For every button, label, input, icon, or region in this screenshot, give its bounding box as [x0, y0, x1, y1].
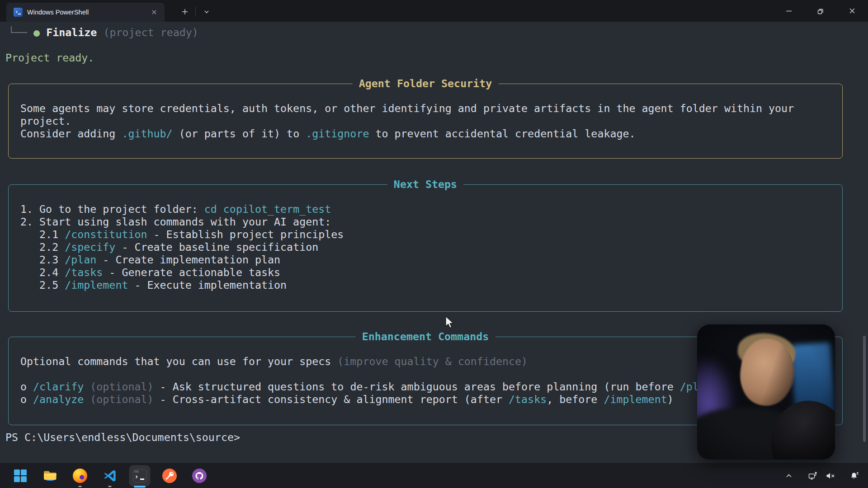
- screen: › Windows PowerShell └: [0, 0, 868, 488]
- tree-branch-glyph: └──: [8, 26, 33, 38]
- terminal-line: 2.5 /implement - Execute implementation: [20, 279, 842, 291]
- terminal-line: 1. Go to the project folder: cd copilot_…: [20, 203, 842, 216]
- active-app-indicator: [134, 486, 146, 488]
- start-button[interactable]: [10, 465, 31, 486]
- taskbar: ›: [0, 463, 868, 488]
- terminal-line: 2.4 /tasks - Generate actionable tasks: [20, 266, 842, 279]
- mouse-cursor: [445, 316, 456, 332]
- taskbar-item-postman[interactable]: [159, 465, 180, 486]
- taskbar-item-windows-terminal[interactable]: ›: [129, 465, 150, 486]
- tab-title: Windows PowerShell: [27, 9, 148, 16]
- webcam-overlay: [697, 324, 835, 460]
- box-body: Some agents may store credentials, auth …: [9, 84, 842, 140]
- box-title-next-steps: Next Steps: [387, 178, 463, 191]
- tray-volume-muted-icon[interactable]: [822, 467, 839, 485]
- taskbar-apps: ›: [10, 463, 210, 488]
- tab-windows-powershell[interactable]: › Windows PowerShell: [6, 3, 165, 22]
- tray-chevron-up-icon[interactable]: [780, 467, 797, 485]
- tab-dropdown-button[interactable]: [199, 5, 214, 19]
- taskbar-item-file-explorer[interactable]: [40, 465, 61, 486]
- terminal-line: 2.1 /constitution - Establish project pr…: [20, 228, 842, 241]
- terminal-line: 2. Start using slash commands with your …: [20, 216, 842, 228]
- svg-text:z: z: [857, 471, 859, 475]
- window-controls: [773, 0, 868, 22]
- postman-icon: [162, 469, 177, 483]
- terminal-line: 2.2 /specify - Create baseline specifica…: [20, 241, 842, 253]
- tabbar-divider: [195, 6, 196, 16]
- security-notice-box: Agent Folder Security Some agents may st…: [8, 84, 843, 159]
- tab-close-icon[interactable]: [148, 6, 160, 18]
- scrollbar-thumb[interactable]: [863, 336, 866, 442]
- terminal-line: project.: [20, 115, 842, 127]
- file-explorer-icon: [43, 469, 57, 483]
- tray-network-icon[interactable]: [805, 467, 822, 485]
- new-tab-button[interactable]: [177, 5, 193, 19]
- github-desktop-icon: [192, 469, 207, 483]
- box-title-enhancement-commands: Enhancement Commands: [356, 330, 495, 343]
- powershell-prompt: PS C:\Users\endless\Documents\source>: [5, 431, 240, 444]
- webcam-vignette: [697, 324, 835, 460]
- next-steps-box: Next Steps 1. Go to the project folder: …: [8, 184, 843, 312]
- taskbar-item-github-desktop[interactable]: [189, 465, 210, 486]
- running-indicator: [108, 486, 112, 488]
- project-ready-message: Project ready.: [5, 52, 94, 64]
- box-body: 1. Go to the project folder: cd copilot_…: [9, 185, 842, 291]
- step-note: (project ready): [97, 26, 198, 38]
- terminal-line: Some agents may store credentials, auth …: [20, 102, 842, 115]
- vscode-icon: [103, 469, 117, 483]
- tray-notification-bell-dnd-icon[interactable]: z: [846, 467, 863, 485]
- restore-button[interactable]: [805, 0, 836, 22]
- taskbar-item-vscode[interactable]: [99, 465, 120, 486]
- system-tray: z: [780, 463, 868, 488]
- running-indicator: [79, 486, 82, 488]
- window-titlebar: › Windows PowerShell: [0, 0, 868, 22]
- windows-start-icon: [14, 469, 27, 483]
- close-button[interactable]: [836, 0, 868, 22]
- taskbar-item-firefox[interactable]: [70, 465, 90, 486]
- windows-terminal-icon: ›: [133, 469, 147, 483]
- finalize-status-line: └── ● Finalize (project ready): [8, 26, 198, 39]
- terminal-line: Consider adding .github/ (or parts of it…: [20, 127, 842, 140]
- firefox-icon: [73, 469, 87, 483]
- terminal-line: 2.3 /plan - Create implementation plan: [20, 253, 842, 266]
- box-title-agent-folder-security: Agent Folder Security: [353, 77, 499, 90]
- step-bullet: ●: [33, 26, 46, 38]
- minimize-button[interactable]: [773, 0, 805, 22]
- step-label: Finalize: [46, 26, 97, 38]
- powershell-icon: ›: [14, 8, 23, 17]
